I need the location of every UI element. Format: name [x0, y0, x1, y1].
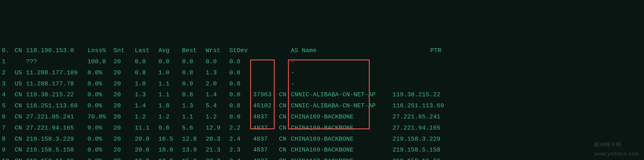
cell-loss: 0.0% — [88, 123, 114, 134]
cell-cc: US — [15, 67, 26, 78]
cell-wrst: 12.9 — [206, 123, 229, 134]
cell-snt: 20 — [114, 134, 135, 145]
cell-ptr: 116.251.113.69 — [392, 100, 534, 111]
cell-as: 37963 — [253, 89, 279, 100]
cell-best: 0.0 — [182, 56, 206, 67]
cell-hop: 4 — [2, 89, 15, 100]
cell-ip: 11.208.177.78 — [26, 78, 88, 89]
cell-best: 0.8 — [182, 89, 206, 100]
cell-cc: CN — [15, 145, 26, 156]
cell-wrst: 22.3 — [206, 156, 229, 160]
cell-wrst: 5.4 — [206, 100, 229, 111]
cell-asname: CHINA169-BACKBONE — [291, 123, 392, 134]
hdr-cc: CN — [15, 45, 26, 56]
table-row: 8CN219.158.3.2290.0%2020.016.512.820.32.… — [2, 134, 642, 145]
hdr-as — [253, 45, 279, 56]
cell-ascc — [279, 56, 291, 67]
cell-last: 1.2 — [135, 111, 158, 123]
cell-wrst: 2.0 — [206, 78, 229, 89]
cell-ascc — [279, 78, 291, 89]
cell-as: 4837 — [253, 134, 279, 145]
cell-loss: 100.0 — [88, 56, 114, 67]
cell-loss: 0.0% — [88, 134, 114, 145]
cell-last: 1.0 — [135, 78, 158, 89]
cell-stdev: 0.0 — [229, 111, 253, 123]
cell-ptr: 219.158.5.158 — [392, 145, 534, 156]
cell-asname: CHINA169-BACKBONE — [291, 156, 392, 160]
cell-ip: 27.221.85.241 — [26, 111, 88, 123]
cell-stdev: 0.0 — [229, 56, 253, 67]
cell-last: 0.8 — [135, 67, 158, 78]
cell-ascc — [279, 67, 291, 78]
cell-stdev: 0.0 — [229, 67, 253, 78]
cell-loss: 70.0% — [88, 111, 114, 123]
table-row: 2US11.208.177.1090.0%200.81.00.81.30.0- — [2, 67, 642, 78]
cell-wrst: 1.3 — [206, 67, 229, 78]
cell-cc: CN — [15, 156, 26, 160]
cell-best: 12.8 — [182, 134, 206, 145]
cell-cc: CN — [15, 89, 26, 100]
cell-ip: 219.158.16.66 — [26, 156, 88, 160]
cell-asname: CNNIC-ALIBABA-CN-NET-AP — [291, 100, 392, 111]
cell-avg: 1.1 — [158, 89, 182, 100]
hdr-ascc — [279, 45, 291, 56]
cell-ascc: CN — [279, 111, 291, 123]
cell-hop: 2 — [2, 67, 15, 78]
cell-hop: 6 — [2, 111, 15, 123]
cell-loss: 0.0% — [88, 89, 114, 100]
cell-ascc: CN — [279, 123, 291, 134]
cell-loss: 0.0% — [88, 67, 114, 78]
cell-last: 1.4 — [135, 100, 158, 111]
cell-hop: 1 — [2, 56, 15, 67]
hdr-ip: 118.190.153.0 — [26, 45, 88, 56]
cell-loss: 0.0% — [88, 156, 114, 160]
hdr-asname: AS Name — [291, 45, 430, 56]
cell-last: 0.0 — [135, 56, 158, 67]
cell-stdev: 0.8 — [229, 100, 253, 111]
hdr-stdev: StDev — [229, 45, 253, 56]
cell-asname: CNNIC-ALIBABA-CN-NET-AP — [291, 89, 392, 100]
cell-stdev: 2.3 — [229, 145, 253, 156]
cell-wrst: 21.3 — [206, 145, 229, 156]
cell-asname: - — [291, 56, 392, 67]
cell-ip: 27.221.94.165 — [26, 123, 88, 134]
hdr-loss: Loss% — [88, 45, 114, 56]
hdr-hop: 0. — [2, 45, 15, 56]
cell-asname: - — [291, 67, 392, 78]
cell-stdev: 2.4 — [229, 156, 253, 160]
cell-cc: CN — [15, 123, 26, 134]
cell-best: 0.8 — [182, 67, 206, 78]
cell-ip: 219.158.5.158 — [26, 145, 88, 156]
cell-ip: 11.208.177.109 — [26, 67, 88, 78]
cell-as: 4837 — [253, 145, 279, 156]
cell-snt: 20 — [114, 56, 135, 67]
hdr-avg: Avg — [158, 45, 182, 56]
cell-snt: 20 — [114, 67, 135, 78]
table-row: 10CN219.158.16.660.0%2019.818.815.222.32… — [2, 156, 642, 160]
cell-wrst: 1.2 — [206, 111, 229, 123]
cell-avg: 9.6 — [158, 123, 182, 134]
cell-ascc: CN — [279, 145, 291, 156]
cell-snt: 20 — [114, 78, 135, 89]
cell-hop: 7 — [2, 123, 15, 134]
cell-ip: 219.158.3.229 — [26, 134, 88, 145]
header-row: 0.CN118.190.153.0Loss%SntLastAvgBestWrst… — [2, 45, 642, 56]
cell-last: 20.6 — [135, 145, 158, 156]
table-row: 7CN27.221.94.1650.0%2011.19.65.612.92.24… — [2, 123, 642, 134]
cell-best: 0.9 — [182, 78, 206, 89]
cell-avg: 1.2 — [158, 111, 182, 123]
cell-hop: 8 — [2, 134, 15, 145]
table-row: 5CN116.251.113.690.0%201.41.81.35.40.845… — [2, 100, 642, 111]
cell-as: 45102 — [253, 100, 279, 111]
cell-stdev: 2.2 — [229, 123, 253, 134]
cell-snt: 20 — [114, 100, 135, 111]
table-row: 6CN27.221.85.24170.0%201.21.21.11.20.048… — [2, 111, 642, 123]
cell-ip: 116.251.113.69 — [26, 100, 88, 111]
cell-hop: 3 — [2, 78, 15, 89]
cell-last: 1.3 — [135, 89, 158, 100]
hdr-last: Last — [135, 45, 158, 56]
cell-avg: 18.8 — [158, 156, 182, 160]
cell-snt: 20 — [114, 156, 135, 160]
cell-ip: 119.38.215.22 — [26, 89, 88, 100]
cell-stdev: 0.0 — [229, 89, 253, 100]
